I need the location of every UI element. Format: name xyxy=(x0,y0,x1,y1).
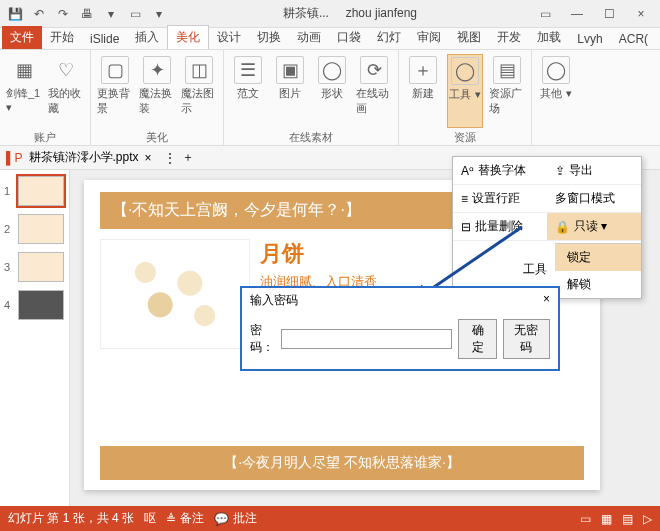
status-notes[interactable]: ≜ 备注 xyxy=(166,510,204,527)
slide-thumbnails: 1 2 3 4 xyxy=(0,170,70,506)
close-doc-icon[interactable]: × xyxy=(145,151,152,165)
status-comments[interactable]: 💬 批注 xyxy=(214,510,257,527)
grid-icon: ▤ xyxy=(493,56,521,84)
menu-item-replace-fonts[interactable]: Aᵅ替换字体 xyxy=(453,157,547,185)
dialog-titlebar: 输入密码 × xyxy=(242,288,558,313)
picture-icon: ▣ xyxy=(276,56,304,84)
ribbon-item-magic-style[interactable]: ✦魔法换装 xyxy=(139,54,175,128)
save-icon[interactable]: 💾 xyxy=(4,3,26,25)
no-password-button[interactable]: 无密码 xyxy=(503,319,550,359)
ribbon-item-label: 剑锋_1 ▾ xyxy=(6,86,42,114)
chart-icon: ◫ xyxy=(185,56,213,84)
doc-more-icon[interactable]: ⋮ xyxy=(164,151,176,165)
view-sorter-icon[interactable]: ▦ xyxy=(601,512,612,526)
ribbon-item-favorites[interactable]: ♡我的收藏 xyxy=(48,54,84,128)
tab-beautify[interactable]: 美化 xyxy=(167,25,209,49)
ribbon-group-online: ☰范文 ▣图片 ◯形状 ⟳在线动画 在线素材 xyxy=(224,50,399,145)
tab-lvyh[interactable]: Lvyh xyxy=(569,29,610,49)
slide-bottom-band: 【·今夜月明人尽望 不知秋思落谁家·】 xyxy=(100,446,584,480)
menu-label: 替换字体 xyxy=(478,162,526,179)
status-lang-icon[interactable]: 呕 xyxy=(144,510,156,527)
mooncake-image xyxy=(100,239,250,349)
tab-islide[interactable]: iSlide xyxy=(82,29,127,49)
export-icon: ⇪ xyxy=(555,164,565,178)
tab-dev[interactable]: 开发 xyxy=(489,26,529,49)
dialog-close-icon[interactable]: × xyxy=(543,292,550,309)
thumbnail[interactable]: 4 xyxy=(4,290,65,320)
tab-animation[interactable]: 动画 xyxy=(289,26,329,49)
circle2-icon: ◯ xyxy=(542,56,570,84)
plus-icon: ＋ xyxy=(409,56,437,84)
view-reading-icon[interactable]: ▤ xyxy=(622,512,633,526)
tab-acr[interactable]: ACR( xyxy=(611,29,656,49)
view-normal-icon[interactable]: ▭ xyxy=(580,512,591,526)
undo-icon[interactable]: ↶ xyxy=(28,3,50,25)
title-bar: 💾 ↶ ↷ 🖶 ▾ ▭ ▾ 耕茶镇... zhou jianfeng ▭ — ☐… xyxy=(0,0,660,28)
tab-pocket[interactable]: 口袋 xyxy=(329,26,369,49)
document-name[interactable]: 耕茶镇浒澪小学.pptx xyxy=(29,149,139,166)
ribbon-item-shape[interactable]: ◯形状 xyxy=(314,54,350,128)
tab-foxit[interactable]: 福昕 xyxy=(656,26,660,49)
circle-icon: ◯ xyxy=(451,57,479,85)
qr-icon: ▦ xyxy=(10,56,38,84)
print-icon[interactable]: 🖶 xyxy=(76,3,98,25)
maximize-icon[interactable]: ☐ xyxy=(594,3,624,25)
submenu-item-unlock[interactable]: 解锁 xyxy=(555,271,641,298)
submenu-item-lock[interactable]: 锁定 xyxy=(555,244,641,271)
ribbon-item-profile[interactable]: ▦剑锋_1 ▾ xyxy=(6,54,42,128)
tab-design[interactable]: 设计 xyxy=(209,26,249,49)
qat-more-icon[interactable]: ▾ xyxy=(100,3,122,25)
close-window-icon[interactable]: × xyxy=(626,3,656,25)
status-label: 批注 xyxy=(233,510,257,527)
menu-item-line-spacing[interactable]: ≡设置行距 xyxy=(453,185,547,213)
ribbon-item-tools[interactable]: ◯工具 ▾ xyxy=(447,54,483,128)
password-dialog: 输入密码 × 密码： 确定 无密码 xyxy=(240,286,560,371)
ribbon-group-label: 资源 xyxy=(454,130,476,145)
window-controls: ▭ — ☐ × xyxy=(530,3,656,25)
qat-dropdown-icon[interactable]: ▾ xyxy=(148,3,170,25)
redo-icon[interactable]: ↷ xyxy=(52,3,74,25)
ribbon-item-picture[interactable]: ▣图片 xyxy=(272,54,308,128)
ok-button[interactable]: 确定 xyxy=(458,319,497,359)
presentation-icon[interactable]: ▭ xyxy=(124,3,146,25)
ribbon-tabs: 文件 开始 iSlide 插入 美化 设计 切换 动画 口袋 幻灯 审阅 视图 … xyxy=(0,28,660,50)
thumbnail[interactable]: 2 xyxy=(4,214,65,244)
thumbnail[interactable]: 3 xyxy=(4,252,65,282)
ribbon-item-resource-plaza[interactable]: ▤资源广场 xyxy=(489,54,525,128)
tab-start[interactable]: 开始 xyxy=(42,26,82,49)
ribbon-item-new[interactable]: ＋新建 xyxy=(405,54,441,128)
ribbon-item-label: 我的收藏 xyxy=(48,86,84,116)
ribbon-item-other[interactable]: ◯其他 ▾ xyxy=(538,54,574,131)
tab-slideshow[interactable]: 幻灯 xyxy=(369,26,409,49)
view-slideshow-icon[interactable]: ▷ xyxy=(643,512,652,526)
ribbon-item-animation[interactable]: ⟳在线动画 xyxy=(356,54,392,128)
tab-insert[interactable]: 插入 xyxy=(127,26,167,49)
ribbon-collapse-icon[interactable]: ▭ xyxy=(530,3,560,25)
password-label: 密码： xyxy=(250,322,275,356)
menu-label: 设置行距 xyxy=(472,190,520,207)
thumb-preview xyxy=(18,176,64,206)
password-input[interactable] xyxy=(281,329,452,349)
thumbnail[interactable]: 1 xyxy=(4,176,65,206)
ribbon-group-label: 账户 xyxy=(34,130,56,145)
tab-addin[interactable]: 加载 xyxy=(529,26,569,49)
ribbon-item-template[interactable]: ☰范文 xyxy=(230,54,266,128)
ribbon-item-magic-chart[interactable]: ◫魔法图示 xyxy=(181,54,217,128)
menu-item-export[interactable]: ⇪导出 xyxy=(547,157,641,185)
menu-item-multiwindow[interactable]: 多窗口模式 xyxy=(547,185,641,213)
tab-file[interactable]: 文件 xyxy=(2,26,42,49)
ribbon-item-label: 魔法换装 xyxy=(139,86,175,116)
tab-transition[interactable]: 切换 xyxy=(249,26,289,49)
status-label: 备注 xyxy=(180,510,204,527)
menu-item-readonly[interactable]: 🔒只读 ▾ xyxy=(547,213,641,241)
ribbon-group-beautify: ▢更换背景 ✦魔法换装 ◫魔法图示 美化 xyxy=(91,50,224,145)
ribbon-item-change-bg[interactable]: ▢更换背景 xyxy=(97,54,133,128)
status-bar: 幻灯片 第 1 张，共 4 张 呕 ≜ 备注 💬 批注 ▭ ▦ ▤ ▷ xyxy=(0,506,660,531)
doc-title-text: 耕茶镇... xyxy=(283,6,329,20)
tab-view[interactable]: 视图 xyxy=(449,26,489,49)
lock-icon: 🔒 xyxy=(555,220,570,234)
tab-review[interactable]: 审阅 xyxy=(409,26,449,49)
minimize-icon[interactable]: — xyxy=(562,3,592,25)
doc-plus-icon[interactable]: ＋ xyxy=(182,149,194,166)
quick-access-toolbar: 💾 ↶ ↷ 🖶 ▾ ▭ ▾ xyxy=(4,3,170,25)
